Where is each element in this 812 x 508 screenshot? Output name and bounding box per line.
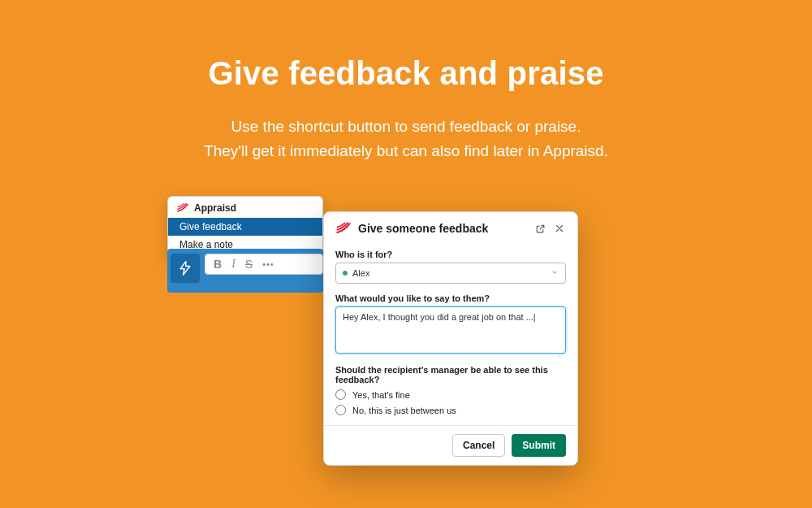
italic-button[interactable]: I xyxy=(231,258,235,270)
page-title: Give feedback and praise xyxy=(0,55,812,92)
radio-no[interactable] xyxy=(335,405,346,415)
subtitle-line-2: They'll get it immediately but can also … xyxy=(204,142,608,159)
bold-button[interactable]: B xyxy=(214,258,222,270)
radio-yes[interactable] xyxy=(335,389,346,400)
presence-dot-icon xyxy=(343,271,348,276)
visibility-option-no[interactable]: No, this is just between us xyxy=(335,405,566,415)
close-button[interactable] xyxy=(553,222,566,235)
radio-yes-label: Yes, that's fine xyxy=(352,390,410,400)
shortcut-trigger-button[interactable] xyxy=(171,254,200,283)
format-toolbar: B I S ••• xyxy=(205,254,323,275)
message-textarea[interactable] xyxy=(335,306,566,354)
chevron-down-icon xyxy=(551,268,559,278)
appraisd-logo-icon xyxy=(176,202,189,215)
external-link-icon xyxy=(535,224,546,234)
compose-bar: B I S ••• xyxy=(167,249,323,293)
modal-title: Give someone feedback xyxy=(358,222,527,235)
message-label: What would you like to say to them? xyxy=(335,293,566,303)
appraisd-logo-icon xyxy=(335,220,352,237)
subtitle-line-1: Use the shortcut button to send feedback… xyxy=(231,118,581,135)
open-external-button[interactable] xyxy=(533,222,546,235)
shortcut-app-name: Appraisd xyxy=(194,202,236,214)
visibility-label: Should the recipient's manager be able t… xyxy=(335,365,566,384)
visibility-option-yes[interactable]: Yes, that's fine xyxy=(335,389,566,400)
radio-no-label: No, this is just between us xyxy=(352,406,456,415)
who-label: Who is it for? xyxy=(335,250,566,259)
feedback-modal: Give someone feedback Who is it for? Ale… xyxy=(323,211,578,466)
close-icon xyxy=(555,224,564,233)
recipient-select[interactable]: Alex xyxy=(335,263,566,284)
lightning-icon xyxy=(177,260,193,276)
recipient-value: Alex xyxy=(352,268,369,278)
modal-header: Give someone feedback xyxy=(324,212,577,245)
modal-footer: Cancel Submit xyxy=(324,425,577,465)
cancel-button[interactable]: Cancel xyxy=(452,434,505,457)
page-subtitle: Use the shortcut button to send feedback… xyxy=(0,115,812,164)
strike-button[interactable]: S xyxy=(245,258,253,270)
submit-button[interactable]: Submit xyxy=(512,434,566,457)
shortcut-menu-header: Appraisd xyxy=(168,197,322,218)
shortcut-item-give-feedback[interactable]: Give feedback xyxy=(168,218,322,236)
more-format-button[interactable]: ••• xyxy=(262,260,274,269)
